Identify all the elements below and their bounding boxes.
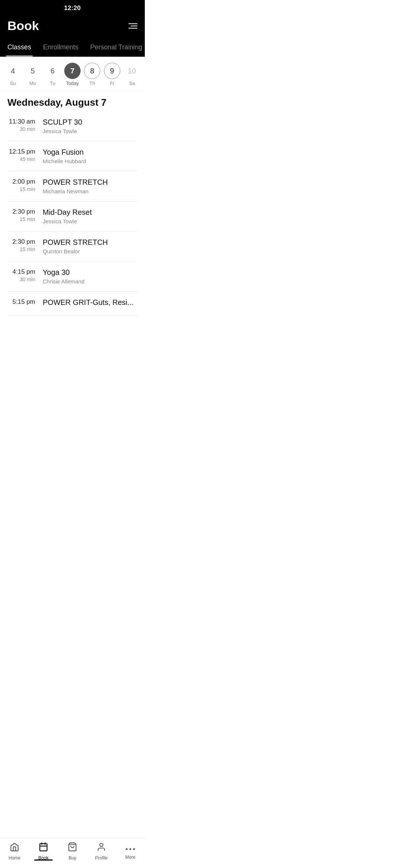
day-number: 4	[5, 63, 21, 79]
date-heading: Wednesday, August 7	[0, 91, 145, 111]
class-time-main: 11:30 am	[7, 118, 35, 125]
day-number: 7	[64, 63, 81, 79]
calendar-day[interactable]: 10Sa	[124, 63, 140, 86]
calendar-day[interactable]: 8Th	[84, 63, 100, 86]
calendar-day[interactable]: 4Su	[5, 63, 21, 86]
class-duration: 15 min	[7, 246, 35, 252]
class-instructor: Jessica Towle	[43, 128, 137, 134]
class-duration: 30 min	[7, 276, 35, 282]
class-instructor: Quinton Bealor	[43, 248, 137, 254]
class-info: SCULPT 30Jessica Towle	[43, 118, 137, 134]
class-duration: 45 min	[7, 156, 35, 162]
day-label: Fr	[110, 80, 114, 86]
class-name: POWER GRIT-Guts, Resi...	[43, 298, 137, 307]
day-label: Today	[66, 80, 79, 86]
day-number: 9	[104, 63, 120, 79]
page-title: Book	[7, 19, 39, 33]
class-name: Mid-Day Reset	[43, 208, 137, 217]
day-label: Sa	[129, 80, 135, 86]
calendar-day[interactable]: 5Mo	[25, 63, 41, 86]
class-time-block: 5:15 pm	[7, 298, 43, 306]
filter-line-2	[131, 26, 137, 26]
class-instructor: Michaela Newman	[43, 188, 137, 194]
tab-personal-training[interactable]: Personal Training	[89, 40, 144, 56]
tabs-bar: Classes Enrollments Personal Training La	[0, 40, 145, 57]
class-instructor: Chrisie Allemand	[43, 278, 137, 285]
class-name: POWER STRETCH	[43, 238, 137, 247]
calendar-day[interactable]: 7Today	[64, 63, 81, 86]
day-number: 5	[25, 63, 41, 79]
class-row[interactable]: 11:30 am30 minSCULPT 30Jessica Towle	[7, 111, 137, 141]
class-time-block: 2:30 pm15 min	[7, 208, 43, 222]
class-row[interactable]: 5:15 pmPOWER GRIT-Guts, Resi...	[7, 292, 137, 315]
class-name: SCULPT 30	[43, 118, 137, 126]
day-number: 8	[84, 63, 100, 79]
class-info: POWER STRETCHQuinton Bealor	[43, 238, 137, 254]
calendar-strip: 4Su5Mo6Tu7Today8Th9Fr10Sa	[0, 57, 145, 91]
header: Book	[0, 15, 145, 40]
filter-line-1	[128, 23, 137, 24]
class-row[interactable]: 2:30 pm15 minPOWER STRETCHQuinton Bealor	[7, 231, 137, 262]
day-label: Mo	[29, 80, 36, 86]
calendar-day[interactable]: 9Fr	[104, 63, 120, 86]
class-time-main: 12:15 pm	[7, 148, 35, 155]
class-name: POWER STRETCH	[43, 178, 137, 187]
class-time-main: 2:30 pm	[7, 238, 35, 246]
tab-classes[interactable]: Classes	[6, 40, 33, 56]
class-time-block: 2:30 pm15 min	[7, 238, 43, 252]
day-label: Th	[89, 80, 95, 86]
class-time-main: 2:00 pm	[7, 178, 35, 185]
status-bar: 12:20	[0, 0, 145, 15]
class-instructor: Michelle Hubbard	[43, 158, 137, 164]
day-number: 6	[45, 63, 61, 79]
class-row[interactable]: 12:15 pm45 minYoga FusionMichelle Hubbar…	[7, 141, 137, 171]
class-name: Yoga Fusion	[43, 148, 137, 157]
class-list: 11:30 am30 minSCULPT 30Jessica Towle12:1…	[0, 111, 145, 315]
class-info: Yoga 30Chrisie Allemand	[43, 268, 137, 285]
day-label: Su	[10, 80, 16, 86]
class-duration: 30 min	[7, 126, 35, 132]
class-time-main: 2:30 pm	[7, 208, 35, 216]
day-number: 10	[124, 63, 140, 79]
tab-enrollments[interactable]: Enrollments	[42, 40, 80, 56]
class-info: POWER GRIT-Guts, Resi...	[43, 298, 137, 308]
class-duration: 15 min	[7, 186, 35, 192]
class-time-block: 12:15 pm45 min	[7, 148, 43, 162]
class-time-main: 4:15 pm	[7, 268, 35, 276]
class-name: Yoga 30	[43, 268, 137, 277]
filter-line-3	[128, 28, 137, 29]
class-info: Mid-Day ResetJessica Towle	[43, 208, 137, 224]
class-time-block: 4:15 pm30 min	[7, 268, 43, 282]
class-duration: 15 min	[7, 216, 35, 222]
class-instructor: Jessica Towle	[43, 218, 137, 224]
day-label: Tu	[50, 80, 55, 86]
class-row[interactable]: 2:00 pm15 minPOWER STRETCHMichaela Newma…	[7, 171, 137, 201]
class-info: POWER STRETCHMichaela Newman	[43, 178, 137, 194]
class-time-block: 2:00 pm15 min	[7, 178, 43, 192]
class-time-block: 11:30 am30 min	[7, 118, 43, 132]
class-row[interactable]: 2:30 pm15 minMid-Day ResetJessica Towle	[7, 201, 137, 231]
filter-button[interactable]	[128, 23, 137, 29]
class-row[interactable]: 4:15 pm30 minYoga 30Chrisie Allemand	[7, 262, 137, 292]
status-time: 12:20	[64, 4, 81, 11]
class-time-main: 5:15 pm	[7, 298, 35, 306]
class-info: Yoga FusionMichelle Hubbard	[43, 148, 137, 164]
calendar-day[interactable]: 6Tu	[45, 63, 61, 86]
